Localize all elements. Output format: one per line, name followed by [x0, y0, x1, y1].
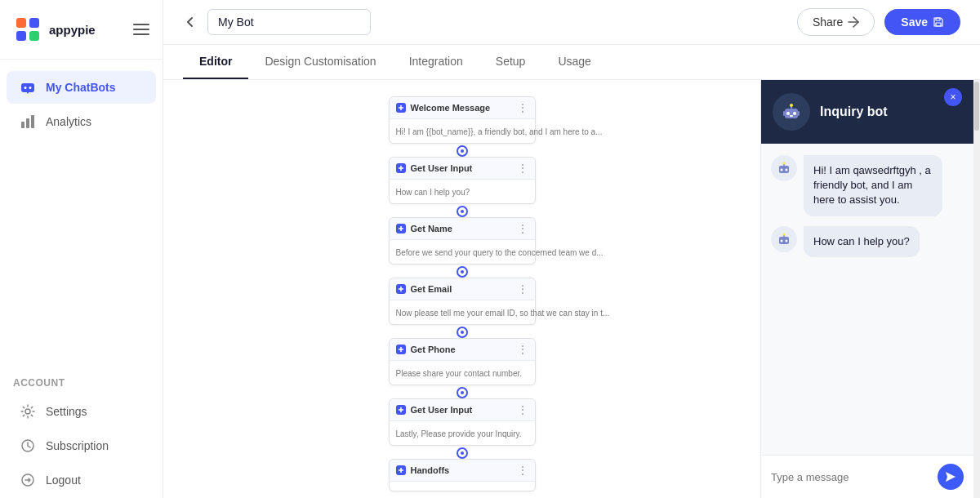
- svg-rect-9: [26, 118, 29, 128]
- svg-rect-8: [21, 122, 24, 128]
- svg-rect-20: [790, 115, 793, 117]
- node-dot-get-phone: [396, 345, 406, 354]
- node-menu-get-phone[interactable]: ⋮: [517, 343, 528, 356]
- flow-node-get-email[interactable]: Get Email ⋮ Now please tell me your emai…: [389, 278, 536, 325]
- svg-point-30: [783, 162, 786, 165]
- bot-name-input[interactable]: [207, 9, 371, 35]
- node-text-welcome: Hi! I am {{bot_name}}, a friendly bot, a…: [396, 127, 603, 136]
- logout-label: Logout: [46, 474, 81, 487]
- node-title-get-user-input2: Get User Input: [411, 405, 517, 415]
- chat-message-input[interactable]: [771, 471, 931, 483]
- sidebar: appypie My ChatBots: [0, 0, 163, 498]
- analytics-label: Analytics: [46, 115, 91, 128]
- sidebar-item-settings[interactable]: Settings: [7, 395, 156, 428]
- msg-avatar-2: [771, 226, 797, 252]
- node-menu-welcome[interactable]: ⋮: [517, 101, 528, 114]
- svg-point-22: [790, 104, 793, 107]
- svg-point-28: [786, 169, 788, 171]
- node-dot-get-user-input: [396, 163, 406, 173]
- node-body-get-phone: Please share your contact number.: [390, 361, 535, 385]
- header: Share Save: [163, 0, 980, 45]
- tab-integration[interactable]: Integration: [393, 45, 479, 79]
- flow-node-handoffs[interactable]: Handoffs ⋮: [389, 459, 536, 491]
- node-header-handoffs: Handoffs ⋮: [390, 460, 535, 482]
- sidebar-item-logout[interactable]: Logout: [7, 464, 156, 496]
- chat-messages: Hi! I am qawsedrftgyh , a friendly bot, …: [761, 144, 973, 455]
- sidebar-item-subscription[interactable]: Subscription: [7, 429, 156, 462]
- flow-node-get-user-input[interactable]: Get User Input ⋮ How can I help you?: [389, 157, 536, 204]
- back-button[interactable]: [183, 15, 198, 29]
- node-dot-get-email: [396, 284, 406, 294]
- svg-point-36: [783, 233, 786, 235]
- editor-area: Welcome Message ⋮ Hi! I am {{bot_name}},…: [163, 80, 980, 498]
- tab-editor[interactable]: Editor: [183, 45, 248, 79]
- svg-rect-24: [798, 111, 800, 116]
- node-text-get-phone: Please share your contact number.: [396, 369, 523, 378]
- chat-close-button[interactable]: ×: [944, 88, 962, 106]
- svg-rect-4: [29, 31, 39, 41]
- node-text-get-user-input2: Lastly, Please provide your Inquiry.: [396, 429, 522, 438]
- node-menu-handoffs[interactable]: ⋮: [517, 464, 528, 477]
- flow-canvas[interactable]: Welcome Message ⋮ Hi! I am {{bot_name}},…: [163, 80, 761, 498]
- svg-point-18: [786, 112, 790, 115]
- node-title-get-name: Get Name: [411, 224, 517, 233]
- scrollbar-thumb: [974, 82, 979, 131]
- sidebar-bottom: Account Settings Subscription: [0, 364, 163, 498]
- node-title-welcome: Welcome Message: [411, 103, 517, 113]
- subscription-icon: [20, 438, 36, 454]
- svg-rect-3: [16, 31, 26, 41]
- node-header-get-email: Get Email ⋮: [390, 278, 535, 300]
- flow-node-get-phone[interactable]: Get Phone ⋮ Please share your contact nu…: [389, 338, 536, 385]
- node-header-welcome: Welcome Message ⋮: [390, 97, 535, 119]
- chat-header: Inquiry bot: [761, 80, 973, 144]
- node-text-get-user-input: How can I help you?: [396, 188, 470, 197]
- share-button[interactable]: Share: [797, 8, 875, 36]
- tab-setup[interactable]: Setup: [479, 45, 542, 79]
- flow-node-get-user-input2[interactable]: Get User Input ⋮ Lastly, Please provide …: [389, 398, 536, 446]
- node-dot-handoffs: [396, 465, 406, 475]
- connector-6: [457, 447, 468, 459]
- sidebar-item-analytics[interactable]: Analytics: [7, 105, 156, 138]
- node-menu-get-email[interactable]: ⋮: [517, 282, 528, 296]
- save-button[interactable]: Save: [884, 9, 960, 35]
- tabs-bar: Editor Design Customisation Integration …: [163, 45, 980, 80]
- flow-node-get-name[interactable]: Get Name ⋮ Before we send your query to …: [389, 217, 536, 265]
- share-label: Share: [813, 16, 843, 29]
- send-button[interactable]: [938, 464, 964, 490]
- node-text-get-email: Now please tell me your email ID, so tha…: [396, 309, 610, 318]
- node-menu-get-user-input2[interactable]: ⋮: [517, 403, 528, 416]
- main-content: Share Save Editor Design Customisation I…: [163, 0, 980, 498]
- tab-design-customisation[interactable]: Design Customisation: [248, 45, 392, 79]
- chat-message-2: How can I help you?: [771, 226, 964, 257]
- flow-node-welcome[interactable]: Welcome Message ⋮ Hi! I am {{bot_name}},…: [389, 96, 536, 144]
- tab-usage[interactable]: Usage: [541, 45, 607, 79]
- hamburger-menu[interactable]: [133, 24, 149, 35]
- node-dot-get-name: [396, 224, 406, 233]
- connector-2: [457, 206, 468, 217]
- node-header-get-user-input2: Get User Input ⋮: [390, 399, 535, 421]
- node-body-get-name: Before we send your query to the concern…: [390, 240, 535, 264]
- svg-rect-2: [29, 18, 39, 28]
- chat-bot-avatar: [773, 93, 810, 131]
- chatbots-label: My ChatBots: [46, 81, 116, 94]
- svg-point-7: [29, 87, 32, 89]
- settings-label: Settings: [46, 405, 87, 418]
- node-menu-get-name[interactable]: ⋮: [517, 222, 528, 235]
- sidebar-nav: My ChatBots Analytics: [0, 60, 163, 149]
- node-dot-welcome: [396, 103, 406, 113]
- settings-icon: [20, 403, 36, 420]
- msg-bubble-2: How can I help you?: [804, 226, 920, 257]
- svg-point-27: [781, 169, 783, 171]
- account-label: Account: [0, 364, 163, 394]
- node-header-get-phone: Get Phone ⋮: [390, 339, 535, 361]
- connector-5: [457, 387, 468, 398]
- node-body-welcome: Hi! I am {{bot_name}}, a friendly bot, a…: [390, 119, 535, 143]
- connector-1: [457, 145, 468, 157]
- node-menu-get-user-input[interactable]: ⋮: [517, 162, 528, 175]
- subscription-label: Subscription: [46, 439, 109, 452]
- connector-circle-2: [457, 206, 468, 217]
- sidebar-logo: appypie: [0, 0, 163, 60]
- sidebar-item-chatbots[interactable]: My ChatBots: [7, 71, 156, 104]
- save-label: Save: [901, 16, 928, 29]
- right-scrollbar[interactable]: [973, 80, 980, 498]
